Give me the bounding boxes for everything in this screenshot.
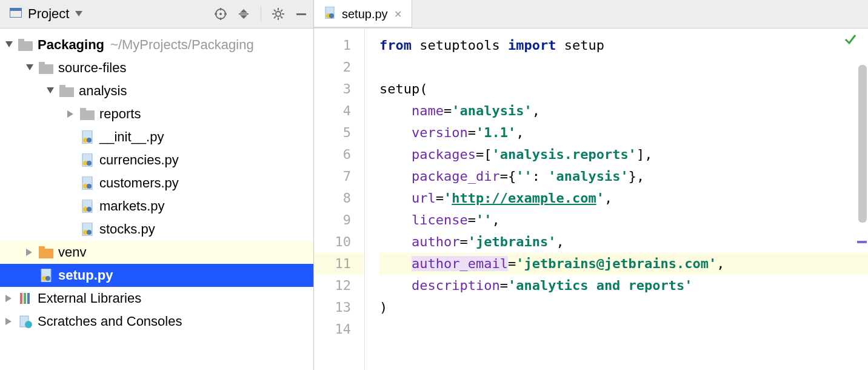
caret-marker: [857, 241, 867, 243]
code-line[interactable]: packages=['analysis.reports'],: [379, 144, 868, 166]
folder-icon: [59, 84, 74, 98]
tree-node-customers-py[interactable]: customers.py: [0, 172, 313, 195]
tree-node-stocks-py[interactable]: stocks.py: [0, 218, 313, 241]
python-file-icon: [80, 199, 95, 214]
line-number[interactable]: 9: [314, 209, 364, 231]
svg-point-12: [276, 12, 281, 16]
project-tree[interactable]: Packaging ~/MyProjects/Packaging source-…: [0, 29, 313, 370]
line-number[interactable]: 3: [314, 78, 364, 100]
project-view-selector[interactable]: Project: [10, 6, 210, 22]
code-line[interactable]: license='',: [379, 209, 868, 231]
svg-rect-57: [24, 293, 26, 304]
svg-marker-31: [67, 110, 73, 118]
folder-icon: [39, 61, 53, 75]
svg-point-4: [219, 13, 222, 15]
line-number[interactable]: 8: [314, 187, 364, 209]
chevron-right-icon[interactable]: [65, 109, 76, 119]
python-file-icon: [39, 268, 53, 283]
chevron-right-icon[interactable]: [4, 293, 15, 304]
tab-setup-py[interactable]: setup.py ✕: [314, 0, 412, 28]
line-number[interactable]: 14: [314, 318, 364, 340]
tree-node-init-py[interactable]: __init__.py: [0, 126, 313, 149]
svg-point-36: [87, 138, 92, 143]
line-number[interactable]: 6: [314, 144, 364, 166]
project-toolbar-actions: [215, 7, 307, 21]
hide-icon[interactable]: [295, 8, 307, 20]
tree-node-packaging[interactable]: Packaging ~/MyProjects/Packaging: [0, 33, 313, 56]
folder-icon: [39, 245, 53, 260]
svg-rect-26: [39, 64, 53, 74]
analysis-ok-icon[interactable]: [844, 32, 857, 49]
tree-node-external-libraries[interactable]: External Libraries: [0, 287, 313, 310]
code-line[interactable]: [379, 318, 868, 340]
tree-label: analysis: [79, 83, 127, 99]
editor-tabs: setup.py ✕: [314, 0, 868, 29]
tree-node-currencies-py[interactable]: currencies.py: [0, 149, 313, 172]
code-line[interactable]: name='analysis',: [379, 100, 868, 122]
svg-marker-49: [26, 249, 32, 256]
code-line[interactable]: package_dir={'': 'analysis'},: [379, 166, 868, 187]
line-number[interactable]: 11: [314, 253, 364, 275]
tree-label: Scratches and Consoles: [38, 314, 182, 329]
ide-root: Project: [0, 0, 868, 370]
tree-node-analysis[interactable]: analysis: [0, 79, 313, 103]
svg-marker-25: [26, 64, 33, 70]
tree-label: __init__.py: [99, 129, 164, 145]
line-number[interactable]: 4: [314, 100, 364, 122]
line-number[interactable]: 1: [314, 35, 364, 56]
svg-line-20: [281, 10, 282, 12]
tree-node-venv[interactable]: venv: [0, 241, 313, 264]
chevron-right-icon[interactable]: [4, 316, 15, 327]
tree-node-setup-py[interactable]: setup.py: [0, 264, 313, 287]
code-line[interactable]: url='http://example.com',: [379, 187, 868, 209]
svg-rect-50: [39, 249, 53, 258]
svg-point-48: [87, 230, 92, 235]
code-line[interactable]: version='1.1',: [379, 122, 868, 144]
code-line[interactable]: [379, 56, 868, 78]
svg-rect-29: [59, 87, 74, 97]
line-number[interactable]: 5: [314, 122, 364, 144]
svg-marker-28: [47, 87, 54, 93]
tree-node-scratches[interactable]: Scratches and Consoles: [0, 310, 313, 333]
code-line[interactable]: author='jetbrains',: [379, 231, 868, 253]
code-line[interactable]: setup(: [379, 78, 868, 100]
code-line[interactable]: from setuptools import setup: [379, 35, 868, 56]
line-number[interactable]: 12: [314, 275, 364, 297]
line-number[interactable]: 10: [314, 231, 364, 253]
chevron-right-icon[interactable]: [24, 247, 35, 258]
svg-marker-9: [240, 9, 247, 13]
code-editor[interactable]: 1 2 3 4 5 6 7 8 9 10 11 12 13 14 from se…: [314, 29, 868, 370]
code-content[interactable]: from setuptools import setup setup( name…: [365, 29, 868, 370]
tree-node-reports[interactable]: reports: [0, 103, 313, 126]
svg-rect-24: [18, 39, 24, 42]
gear-icon[interactable]: [272, 8, 284, 20]
tree-node-source-files[interactable]: source-files: [0, 56, 313, 79]
tree-label: venv: [58, 244, 86, 260]
folder-icon: [18, 38, 33, 52]
close-icon[interactable]: ✕: [394, 8, 402, 20]
line-number[interactable]: 7: [314, 166, 364, 187]
tree-label: customers.py: [99, 175, 179, 191]
tree-label: reports: [99, 106, 141, 122]
folder-icon: [80, 107, 95, 121]
code-line[interactable]: author_email='jetbrains@jetbrains.com',: [379, 253, 868, 275]
code-line[interactable]: description='analytics and reports': [379, 275, 868, 297]
tree-node-markets-py[interactable]: markets.py: [0, 195, 313, 218]
svg-line-18: [281, 16, 282, 18]
locate-icon[interactable]: [215, 8, 227, 20]
chevron-down-icon[interactable]: [24, 62, 35, 73]
chevron-down-icon[interactable]: [4, 39, 15, 50]
collapse-all-icon[interactable]: [238, 8, 250, 20]
chevron-down-icon[interactable]: [45, 86, 56, 96]
chevron-down-icon: [75, 8, 82, 19]
code-line[interactable]: ): [379, 297, 868, 318]
line-number[interactable]: 13: [314, 297, 364, 318]
svg-rect-56: [20, 293, 22, 304]
toolbar-separator: [261, 7, 261, 21]
editor-scrollbar[interactable]: [858, 65, 867, 358]
line-number[interactable]: 2: [314, 56, 364, 78]
scrollbar-thumb[interactable]: [858, 65, 867, 223]
svg-marker-2: [75, 11, 82, 16]
svg-rect-21: [296, 13, 306, 15]
tree-label: setup.py: [58, 267, 113, 283]
